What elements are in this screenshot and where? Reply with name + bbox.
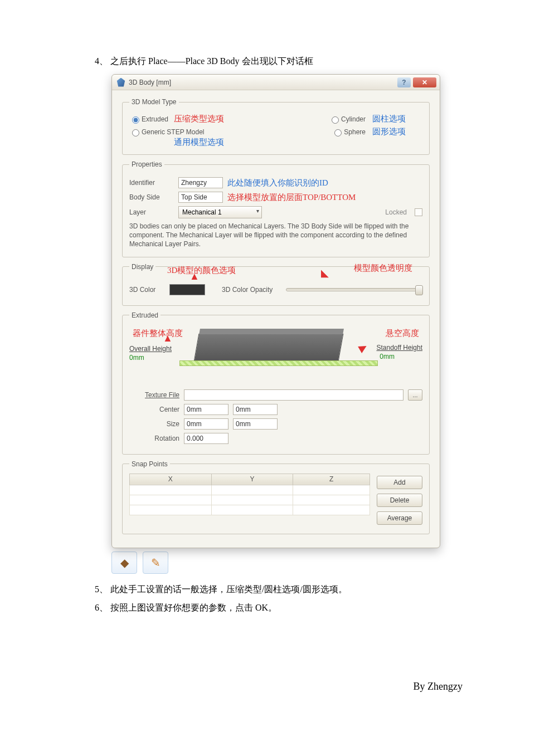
value-overall-height: 0mm xyxy=(129,354,144,362)
anno-3d-color: 3D模型的颜色选项 xyxy=(167,265,236,276)
label-center: Center xyxy=(129,406,179,413)
cube-icon: ◆ xyxy=(120,556,129,569)
snap-col-z[interactable]: Z xyxy=(293,474,370,485)
label-rotation: Rotation xyxy=(129,435,179,442)
add-button[interactable]: Add xyxy=(377,476,422,489)
legend-display: Display xyxy=(129,263,155,271)
label-sphere: Sphere xyxy=(344,128,366,136)
dialog-3d-body: 3D Body [mm] ? ✕ 3D Model Type Extruded … xyxy=(111,74,440,548)
group-display: Display 3D模型的颜色选项 模型颜色透明度 ▲ ◣ 3D Color 3… xyxy=(122,263,430,306)
input-size-y[interactable] xyxy=(233,418,278,430)
table-row[interactable] xyxy=(130,505,370,515)
average-button[interactable]: Average xyxy=(377,511,422,525)
extruded-illustration: 器件整体高度 悬空高度 Overall Height 0mm ▲ Standof… xyxy=(129,328,422,384)
app-icon xyxy=(116,78,125,87)
label-identifier: Identifier xyxy=(129,179,174,187)
radio-step-model[interactable] xyxy=(132,129,139,136)
anno-standoff-height: 悬空高度 xyxy=(386,328,419,339)
arrow-standoff-icon: ▶ xyxy=(358,343,367,351)
anno-cylinder: 圆柱选项 xyxy=(372,114,406,124)
input-body-side[interactable] xyxy=(178,192,223,203)
value-standoff-height: 0mm xyxy=(380,353,395,360)
note-mechanical-layers: 3D bodies can only be placed on Mechanic… xyxy=(129,222,422,249)
taskbar-icons: ◆ ✎ xyxy=(111,552,485,574)
step-6-text: 6、 按照上图设置好你想要的参数，点击 OK。 xyxy=(95,602,485,614)
table-row[interactable] xyxy=(130,485,370,495)
input-identifier[interactable] xyxy=(178,177,223,188)
label-extruded: Extruded xyxy=(142,115,168,123)
titlebar: 3D Body [mm] ? ✕ xyxy=(112,75,440,90)
legend-extruded: Extruded xyxy=(129,311,160,319)
arrow-opacity-icon: ◣ xyxy=(321,271,329,275)
window-title: 3D Body [mm] xyxy=(129,79,395,86)
label-step-model: Generic STEP Model xyxy=(142,128,205,136)
table-row[interactable] xyxy=(130,495,370,505)
anno-step-model: 通用模型选项 xyxy=(174,137,422,148)
checkbox-locked[interactable] xyxy=(415,208,422,216)
group-model-type: 3D Model Type Extruded 压缩类型选项 Cylinder 圆… xyxy=(122,98,430,155)
legend-model-type: 3D Model Type xyxy=(129,98,179,106)
snap-table[interactable]: X Y Z xyxy=(129,474,370,515)
legend-properties: Properties xyxy=(129,160,164,168)
browse-button[interactable]: ... xyxy=(408,389,422,401)
label-layer: Layer xyxy=(129,208,174,216)
group-snap-points: Snap Points X Y Z xyxy=(122,460,430,534)
step-5-text: 5、 此处手工设置的话一般选择，压缩类型/圆柱选项/圆形选项。 xyxy=(95,584,485,596)
slider-thumb[interactable] xyxy=(415,285,423,295)
help-button[interactable]: ? xyxy=(397,77,411,87)
input-center-x[interactable] xyxy=(184,404,228,415)
label-size: Size xyxy=(129,420,179,428)
arrow-overall-icon: ▲ xyxy=(163,336,173,340)
input-texture-file[interactable] xyxy=(184,389,403,401)
taskbar-icon-2[interactable]: ✎ xyxy=(143,552,168,574)
anno-body-side: 选择模型放置的层面TOP/BOTTOM xyxy=(227,192,356,203)
label-overall-height: Overall Height xyxy=(129,345,172,353)
label-standoff-height: Standoff Height xyxy=(376,344,422,352)
anno-extruded: 压缩类型选项 xyxy=(174,114,224,124)
taskbar-icon-1[interactable]: ◆ xyxy=(111,552,137,574)
arrow-color-icon: ▲ xyxy=(189,274,200,279)
slider-opacity[interactable] xyxy=(286,288,422,291)
radio-extruded[interactable] xyxy=(132,116,139,124)
input-size-x[interactable] xyxy=(184,418,228,430)
anno-overall-height: 器件整体高度 xyxy=(133,328,183,339)
snap-col-y[interactable]: Y xyxy=(211,474,293,485)
label-cylinder: Cylinder xyxy=(341,115,366,123)
swatch-3d-color[interactable] xyxy=(169,284,205,295)
step-4-text: 4、 之后执行 Place——Place 3D Body 会出现以下对话框 xyxy=(95,56,485,67)
close-button[interactable]: ✕ xyxy=(413,77,436,87)
footer-author: By Zhengzy xyxy=(95,681,485,692)
anno-sphere: 圆形选项 xyxy=(372,126,406,137)
legend-snap-points: Snap Points xyxy=(129,460,170,468)
select-layer-value: Mechanical 1 xyxy=(182,208,222,216)
label-opacity: 3D Color Opacity xyxy=(222,286,273,294)
label-texture-file: Texture File xyxy=(129,391,179,399)
delete-button[interactable]: Delete xyxy=(377,494,422,507)
label-locked: Locked xyxy=(385,208,407,216)
input-center-y[interactable] xyxy=(233,404,278,415)
radio-cylinder[interactable] xyxy=(332,116,339,124)
group-properties: Properties Identifier 此处随便填入你能识别的ID Body… xyxy=(122,160,430,257)
anno-identifier: 此处随便填入你能识别的ID xyxy=(227,178,328,188)
label-body-side: Body Side xyxy=(129,193,174,201)
select-layer[interactable]: Mechanical 1 xyxy=(178,206,262,218)
label-3d-color: 3D Color xyxy=(129,286,165,294)
anno-opacity: 模型颜色透明度 xyxy=(354,263,412,274)
group-extruded: Extruded 器件整体高度 悬空高度 Overall Height 0mm … xyxy=(122,311,430,455)
input-rotation[interactable] xyxy=(184,433,228,444)
paint-icon: ✎ xyxy=(151,556,160,569)
radio-sphere[interactable] xyxy=(334,129,342,136)
snap-col-x[interactable]: X xyxy=(130,474,212,485)
